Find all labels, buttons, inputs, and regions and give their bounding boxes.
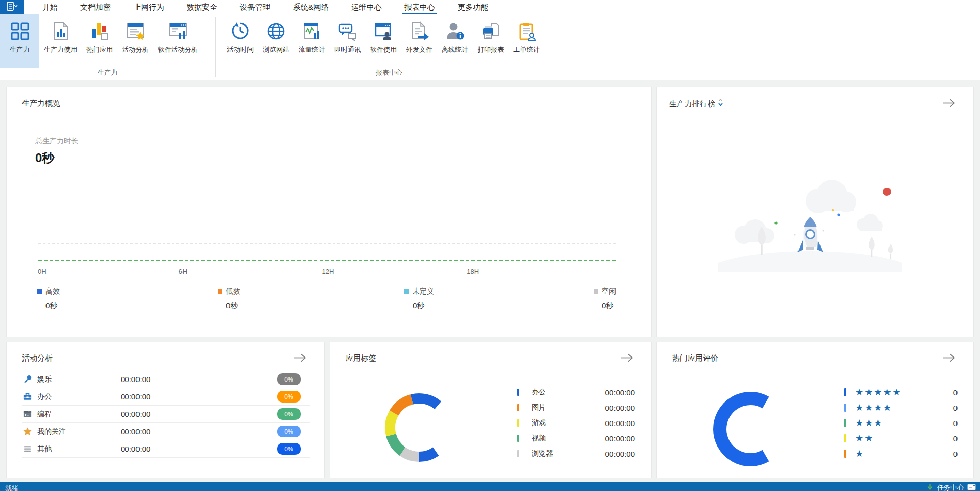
activity-row-entertainment[interactable]: 娱乐 00:00:00 0% xyxy=(22,371,310,388)
doc-star-icon xyxy=(125,19,146,43)
productivity-overview-card: 生产力概览 总生产力时长 0秒 0H 6H 12H 18H 高效 0秒 低效 0… xyxy=(6,87,652,337)
app-tags-card: 应用标签 办公 00:00:00 图片 00:00:00 游戏 00:00:00 xyxy=(330,342,652,478)
star-rating: ★★★ xyxy=(855,418,883,428)
legend-row-office: 办公 00:00:00 xyxy=(517,385,635,400)
ribbon-item-productivity[interactable]: 生产力 xyxy=(0,14,39,68)
group-label-report-center: 报表中心 xyxy=(215,68,563,80)
ribbon: 生产力 生产力使用 xyxy=(0,14,980,80)
chart-baseline xyxy=(38,260,618,261)
terminal-icon xyxy=(22,409,32,419)
ribbon-item-ticket-stats[interactable]: 工单统计 xyxy=(509,14,544,68)
ribbon-item-print-report[interactable]: 打印报表 xyxy=(473,14,509,68)
open-detail-arrow[interactable] xyxy=(943,99,956,109)
percent-badge: 0% xyxy=(277,391,301,403)
legend-bar-marker xyxy=(517,389,519,396)
activity-row-my-focus[interactable]: 我的关注 00:00:00 0% xyxy=(22,423,310,440)
sort-toggle-icon[interactable] xyxy=(718,99,723,107)
legend-bar-marker xyxy=(844,404,846,412)
ratings-arc-chart xyxy=(712,391,789,467)
rating-row-5-stars: ★★★★★ 0 xyxy=(844,385,958,400)
legend-swatch xyxy=(218,289,222,294)
productivity-ranking-card: 生产力排行榜 xyxy=(656,87,974,337)
card-title: 生产力概览 xyxy=(22,99,60,108)
activity-row-office[interactable]: 办公 00:00:00 0% xyxy=(22,388,310,406)
menubar: 开始 文档加密 上网行为 数据安全 设备管理 系统&网络 运维中心 报表中心 更… xyxy=(0,0,980,14)
dashboard-content: 生产力概览 总生产力时长 0秒 0H 6H 12H 18H 高效 0秒 低效 0… xyxy=(0,80,980,482)
legend-bar-marker xyxy=(517,450,519,457)
legend-bar-marker xyxy=(844,434,846,442)
ribbon-item-label: 生产力 xyxy=(10,45,30,54)
legend-item-undefined: 未定义 0秒 xyxy=(404,287,434,311)
menu-tab-ops-center[interactable]: 运维中心 xyxy=(340,0,393,14)
chart-x-axis: 0H 6H 12H 18H xyxy=(38,267,618,276)
percent-badge: 0% xyxy=(277,373,301,385)
star-rating: ★★ xyxy=(855,434,874,443)
statusbar: 就绪 任务中心 xyxy=(0,482,980,491)
ribbon-item-activity-time[interactable]: 活动时间 xyxy=(222,14,258,68)
x-tick: 18H xyxy=(467,267,479,275)
globe-icon xyxy=(266,19,286,43)
activity-list: 娱乐 00:00:00 0% 办公 00:00:00 0% 编程 00:00:0… xyxy=(22,371,310,458)
app-menu-button[interactable] xyxy=(0,0,24,14)
productivity-grid-icon xyxy=(10,19,30,43)
total-duration-label: 总生产力时长 xyxy=(35,137,78,146)
app-tags-donut-chart xyxy=(383,392,455,463)
menu-tab-more[interactable]: 更多功能 xyxy=(446,0,499,14)
ribbon-item-hot-apps[interactable]: 热门应用 xyxy=(82,14,118,68)
ribbon-item-software-usage[interactable]: 软件使用 xyxy=(366,14,401,68)
user-info-icon xyxy=(445,19,465,43)
x-tick: 6H xyxy=(178,267,187,275)
legend-item-inefficient: 低效 0秒 xyxy=(218,287,240,311)
legend-bar-marker xyxy=(517,435,519,442)
ribbon-item-activity-analysis[interactable]: 活动分析 xyxy=(118,14,153,68)
menu-lines-icon xyxy=(22,444,32,454)
menu-tab-system-network[interactable]: 系统&网络 xyxy=(282,0,340,14)
legend-row-video: 视频 00:00:00 xyxy=(517,431,635,446)
menu-tab-start[interactable]: 开始 xyxy=(31,0,69,14)
productivity-timeline-chart xyxy=(38,190,618,261)
ribbon-item-browse-websites[interactable]: 浏览网站 xyxy=(258,14,294,68)
menu-tab-report-center[interactable]: 报表中心 xyxy=(393,0,446,14)
activity-row-other[interactable]: 其他 00:00:00 0% xyxy=(22,440,310,458)
open-detail-arrow[interactable] xyxy=(293,353,307,364)
legend-item-efficient: 高效 0秒 xyxy=(37,287,60,311)
legend-bar-marker xyxy=(844,419,846,427)
star-icon xyxy=(22,427,32,437)
menu-tab-device-mgmt[interactable]: 设备管理 xyxy=(229,0,282,14)
ribbon-group-productivity: 生产力 生产力使用 xyxy=(0,14,215,68)
ribbon-item-offline-stats[interactable]: 离线统计 xyxy=(437,14,473,68)
rating-row-2-stars: ★★ 0 xyxy=(844,431,958,446)
rating-row-3-stars: ★★★ 0 xyxy=(844,415,958,431)
open-detail-arrow[interactable] xyxy=(943,353,956,364)
traffic-stats-icon xyxy=(302,19,322,43)
briefcase-icon xyxy=(22,392,32,402)
menu-tabs: 开始 文档加密 上网行为 数据安全 设备管理 系统&网络 运维中心 报表中心 更… xyxy=(31,0,499,14)
group-label-productivity: 生产力 xyxy=(0,68,215,80)
app-tags-legend: 办公 00:00:00 图片 00:00:00 游戏 00:00:00 视频 0… xyxy=(517,385,635,461)
ribbon-item-traffic-stats[interactable]: 流量统计 xyxy=(294,14,330,68)
percent-badge: 0% xyxy=(277,426,301,437)
task-center-button[interactable]: 任务中心 xyxy=(937,483,964,491)
star-rating: ★ xyxy=(855,449,864,458)
ribbon-item-outgoing-files[interactable]: 外发文件 xyxy=(401,14,437,68)
menu-tab-web-behavior[interactable]: 上网行为 xyxy=(122,0,175,14)
menu-tab-data-security[interactable]: 数据安全 xyxy=(175,0,229,14)
app-menu-icon xyxy=(7,2,18,13)
rocket-empty-illustration xyxy=(718,169,902,272)
activity-analysis-card: 活动分析 娱乐 00:00:00 0% 办公 00:00:00 0% xyxy=(6,342,325,478)
download-arrow-icon xyxy=(927,483,933,491)
ribbon-separator xyxy=(215,17,216,77)
ribbon-item-productivity-usage[interactable]: 生产力使用 xyxy=(39,14,82,68)
total-duration-value: 0秒 xyxy=(35,150,54,166)
legend-item-idle: 空闲 0秒 xyxy=(594,287,616,311)
ribbon-item-software-activity-analysis[interactable]: 软件活动分析 xyxy=(153,14,202,68)
rating-row-4-stars: ★★★★ 0 xyxy=(844,400,958,415)
message-window-icon[interactable] xyxy=(967,483,976,491)
menu-tab-doc-encrypt[interactable]: 文档加密 xyxy=(69,0,122,14)
legend-swatch xyxy=(594,289,598,294)
ribbon-item-instant-messaging[interactable]: 即时通讯 xyxy=(330,14,366,68)
open-detail-arrow[interactable] xyxy=(621,353,634,364)
activity-row-programming[interactable]: 编程 00:00:00 0% xyxy=(22,406,310,423)
legend-row-browser: 浏览器 00:00:00 xyxy=(517,446,635,461)
card-title: 生产力排行榜 xyxy=(669,99,723,109)
